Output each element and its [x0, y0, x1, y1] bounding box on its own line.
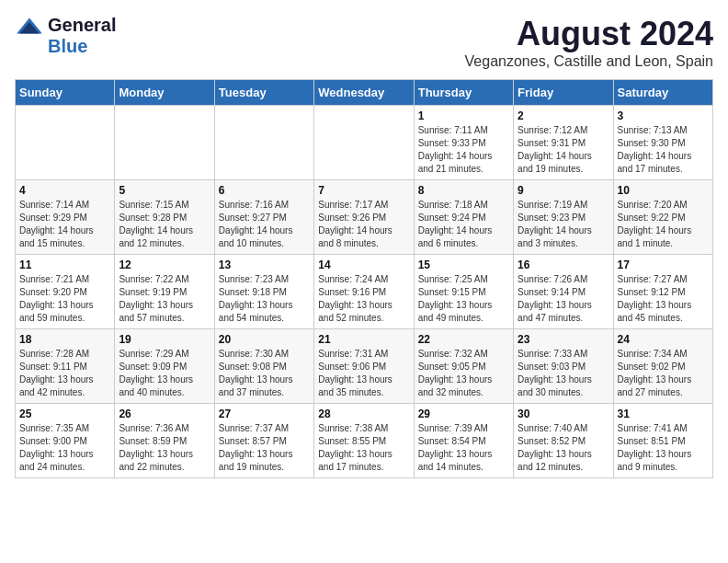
calendar-cell: 5Sunrise: 7:15 AM Sunset: 9:28 PM Daylig…: [115, 180, 214, 255]
day-number: 1: [418, 109, 509, 122]
day-number: 25: [19, 408, 110, 420]
day-number: 21: [318, 333, 409, 346]
calendar-week-row: 25Sunrise: 7:35 AM Sunset: 9:00 PM Dayli…: [16, 404, 713, 478]
calendar-cell: 10Sunrise: 7:20 AM Sunset: 9:22 PM Dayli…: [613, 180, 712, 255]
day-number: 6: [219, 184, 310, 197]
calendar-cell: 20Sunrise: 7:30 AM Sunset: 9:08 PM Dayli…: [214, 329, 313, 404]
day-info: Sunrise: 7:41 AM Sunset: 8:51 PM Dayligh…: [618, 422, 709, 474]
day-info: Sunrise: 7:35 AM Sunset: 9:00 PM Dayligh…: [19, 422, 110, 474]
weekday-header: Thursday: [414, 80, 513, 106]
calendar-cell: [16, 106, 115, 180]
calendar-cell: 31Sunrise: 7:41 AM Sunset: 8:51 PM Dayli…: [613, 404, 712, 478]
calendar-cell: 1Sunrise: 7:11 AM Sunset: 9:33 PM Daylig…: [414, 106, 513, 180]
calendar-cell: 2Sunrise: 7:12 AM Sunset: 9:31 PM Daylig…: [514, 106, 613, 180]
day-number: 15: [418, 259, 509, 271]
calendar-cell: 9Sunrise: 7:19 AM Sunset: 9:23 PM Daylig…: [514, 180, 613, 255]
day-number: 22: [418, 333, 509, 346]
day-info: Sunrise: 7:18 AM Sunset: 9:24 PM Dayligh…: [418, 199, 509, 250]
day-info: Sunrise: 7:15 AM Sunset: 9:28 PM Dayligh…: [119, 199, 210, 250]
day-info: Sunrise: 7:37 AM Sunset: 8:57 PM Dayligh…: [219, 422, 310, 474]
day-info: Sunrise: 7:32 AM Sunset: 9:05 PM Dayligh…: [418, 348, 509, 399]
logo: General Blue: [15, 15, 116, 57]
day-number: 12: [119, 259, 210, 271]
calendar-cell: 16Sunrise: 7:26 AM Sunset: 9:14 PM Dayli…: [514, 255, 613, 329]
title-area: August 2024 Veganzones, Castille and Leo…: [465, 15, 713, 70]
day-number: 4: [19, 184, 110, 197]
calendar-table: SundayMondayTuesdayWednesdayThursdayFrid…: [15, 79, 713, 478]
day-number: 26: [119, 408, 210, 420]
calendar-cell: 13Sunrise: 7:23 AM Sunset: 9:18 PM Dayli…: [214, 255, 313, 329]
calendar-cell: 14Sunrise: 7:24 AM Sunset: 9:16 PM Dayli…: [314, 255, 414, 329]
calendar-cell: [214, 106, 313, 180]
calendar-cell: 21Sunrise: 7:31 AM Sunset: 9:06 PM Dayli…: [314, 329, 414, 404]
day-info: Sunrise: 7:14 AM Sunset: 9:29 PM Dayligh…: [19, 199, 110, 250]
day-number: 5: [119, 184, 210, 197]
calendar-cell: 29Sunrise: 7:39 AM Sunset: 8:54 PM Dayli…: [414, 404, 513, 478]
day-info: Sunrise: 7:25 AM Sunset: 9:15 PM Dayligh…: [418, 273, 509, 325]
calendar-cell: 3Sunrise: 7:13 AM Sunset: 9:30 PM Daylig…: [613, 106, 712, 180]
day-info: Sunrise: 7:39 AM Sunset: 8:54 PM Dayligh…: [418, 422, 509, 474]
day-number: 11: [19, 259, 110, 271]
calendar-week-row: 1Sunrise: 7:11 AM Sunset: 9:33 PM Daylig…: [16, 106, 713, 180]
calendar-body: 1Sunrise: 7:11 AM Sunset: 9:33 PM Daylig…: [16, 106, 713, 478]
day-number: 28: [318, 408, 409, 420]
page-header: General Blue August 2024 Veganzones, Cas…: [15, 15, 713, 70]
day-info: Sunrise: 7:17 AM Sunset: 9:26 PM Dayligh…: [318, 199, 409, 250]
weekday-header: Wednesday: [314, 80, 414, 106]
day-number: 16: [518, 259, 609, 271]
calendar-cell: 12Sunrise: 7:22 AM Sunset: 9:19 PM Dayli…: [115, 255, 214, 329]
calendar-cell: 27Sunrise: 7:37 AM Sunset: 8:57 PM Dayli…: [214, 404, 313, 478]
weekday-header: Friday: [514, 80, 613, 106]
day-info: Sunrise: 7:13 AM Sunset: 9:30 PM Dayligh…: [618, 124, 709, 176]
calendar-cell: 6Sunrise: 7:16 AM Sunset: 9:27 PM Daylig…: [214, 180, 313, 255]
day-number: 18: [19, 333, 110, 346]
day-number: 31: [618, 408, 709, 420]
calendar-cell: 23Sunrise: 7:33 AM Sunset: 9:03 PM Dayli…: [514, 329, 613, 404]
day-info: Sunrise: 7:31 AM Sunset: 9:06 PM Dayligh…: [318, 348, 409, 399]
calendar-cell: [115, 106, 214, 180]
calendar-week-row: 4Sunrise: 7:14 AM Sunset: 9:29 PM Daylig…: [16, 180, 713, 255]
calendar-cell: 4Sunrise: 7:14 AM Sunset: 9:29 PM Daylig…: [16, 180, 115, 255]
calendar-cell: 11Sunrise: 7:21 AM Sunset: 9:20 PM Dayli…: [16, 255, 115, 329]
day-number: 8: [418, 184, 509, 197]
day-number: 3: [618, 109, 709, 122]
day-info: Sunrise: 7:26 AM Sunset: 9:14 PM Dayligh…: [518, 273, 609, 325]
day-info: Sunrise: 7:23 AM Sunset: 9:18 PM Dayligh…: [219, 273, 310, 325]
day-info: Sunrise: 7:38 AM Sunset: 8:55 PM Dayligh…: [318, 422, 409, 474]
day-number: 30: [518, 408, 609, 420]
day-info: Sunrise: 7:29 AM Sunset: 9:09 PM Dayligh…: [119, 348, 210, 399]
calendar-cell: 7Sunrise: 7:17 AM Sunset: 9:26 PM Daylig…: [314, 180, 414, 255]
day-number: 19: [119, 333, 210, 346]
day-info: Sunrise: 7:16 AM Sunset: 9:27 PM Dayligh…: [219, 199, 310, 250]
calendar-cell: 8Sunrise: 7:18 AM Sunset: 9:24 PM Daylig…: [414, 180, 513, 255]
day-info: Sunrise: 7:19 AM Sunset: 9:23 PM Dayligh…: [518, 199, 609, 250]
day-number: 17: [618, 259, 709, 271]
day-number: 20: [219, 333, 310, 346]
day-info: Sunrise: 7:24 AM Sunset: 9:16 PM Dayligh…: [318, 273, 409, 325]
day-info: Sunrise: 7:36 AM Sunset: 8:59 PM Dayligh…: [119, 422, 210, 474]
calendar-week-row: 18Sunrise: 7:28 AM Sunset: 9:11 PM Dayli…: [16, 329, 713, 404]
day-number: 23: [518, 333, 609, 346]
day-info: Sunrise: 7:30 AM Sunset: 9:08 PM Dayligh…: [219, 348, 310, 399]
day-info: Sunrise: 7:11 AM Sunset: 9:33 PM Dayligh…: [418, 124, 509, 176]
calendar-cell: 26Sunrise: 7:36 AM Sunset: 8:59 PM Dayli…: [115, 404, 214, 478]
day-number: 14: [318, 259, 409, 271]
day-info: Sunrise: 7:34 AM Sunset: 9:02 PM Dayligh…: [618, 348, 709, 399]
day-number: 10: [618, 184, 709, 197]
calendar-cell: 17Sunrise: 7:27 AM Sunset: 9:12 PM Dayli…: [613, 255, 712, 329]
calendar-cell: 28Sunrise: 7:38 AM Sunset: 8:55 PM Dayli…: [314, 404, 414, 478]
day-number: 13: [219, 259, 310, 271]
weekday-header: Monday: [115, 80, 214, 106]
day-number: 2: [518, 109, 609, 122]
calendar-cell: 25Sunrise: 7:35 AM Sunset: 9:00 PM Dayli…: [16, 404, 115, 478]
calendar-cell: 18Sunrise: 7:28 AM Sunset: 9:11 PM Dayli…: [16, 329, 115, 404]
calendar-cell: 22Sunrise: 7:32 AM Sunset: 9:05 PM Dayli…: [414, 329, 513, 404]
day-info: Sunrise: 7:12 AM Sunset: 9:31 PM Dayligh…: [518, 124, 609, 176]
day-info: Sunrise: 7:33 AM Sunset: 9:03 PM Dayligh…: [518, 348, 609, 399]
calendar-cell: [314, 106, 414, 180]
month-title: August 2024: [465, 15, 713, 53]
day-info: Sunrise: 7:40 AM Sunset: 8:52 PM Dayligh…: [518, 422, 609, 474]
day-number: 27: [219, 408, 310, 420]
calendar-cell: 15Sunrise: 7:25 AM Sunset: 9:15 PM Dayli…: [414, 255, 513, 329]
day-number: 9: [518, 184, 609, 197]
